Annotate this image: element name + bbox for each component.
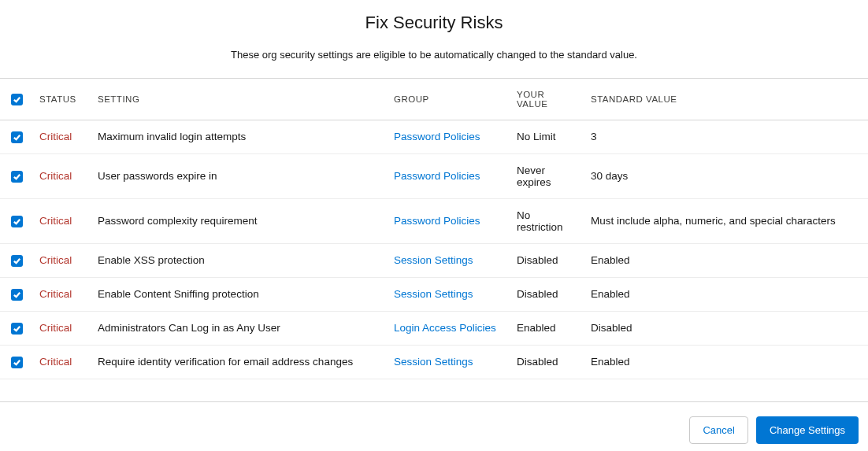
your-value-cell: Enabled — [510, 311, 584, 345]
status-cell: Critical — [33, 277, 91, 311]
setting-cell: User passwords expire in — [91, 153, 388, 198]
footer: Cancel Change Settings — [0, 401, 868, 451]
row-checkbox[interactable] — [11, 323, 23, 335]
setting-cell: Administrators Can Log in as Any User — [91, 311, 388, 345]
status-cell: Critical — [33, 311, 91, 345]
table-container: Status Setting Group Your Value Standard… — [0, 78, 868, 379]
table-row: Critical Enable XSS protection Session S… — [0, 243, 868, 277]
your-value-cell: Disabled — [510, 277, 584, 311]
table-row: Critical Administrators Can Log in as An… — [0, 311, 868, 345]
row-checkbox-cell — [0, 277, 33, 311]
table-row: Critical Maximum invalid login attempts … — [0, 120, 868, 154]
group-cell: Session Settings — [388, 345, 510, 379]
table-row: Critical User passwords expire in Passwo… — [0, 153, 868, 198]
select-all-checkbox[interactable] — [11, 94, 23, 105]
standard-value-cell: Disabled — [584, 311, 868, 345]
group-cell: Password Policies — [388, 198, 510, 243]
group-cell: Session Settings — [388, 243, 510, 277]
row-checkbox[interactable] — [11, 171, 23, 183]
check-icon — [13, 290, 21, 299]
standard-value-cell: Enabled — [584, 243, 868, 277]
setting-cell: Require identity verification for email … — [91, 345, 388, 379]
standard-value-cell: Enabled — [584, 277, 868, 311]
group-link[interactable]: Password Policies — [394, 170, 480, 182]
group-cell: Password Policies — [388, 120, 510, 154]
your-value-cell: Never expires — [510, 153, 584, 198]
status-cell: Critical — [33, 153, 91, 198]
your-value-cell: Disabled — [510, 345, 584, 379]
table-header-row: Status Setting Group Your Value Standard… — [0, 79, 868, 120]
row-checkbox-cell — [0, 153, 33, 198]
standard-value-cell: 3 — [584, 120, 868, 154]
settings-table: Status Setting Group Your Value Standard… — [0, 78, 868, 379]
header-your-value: Your Value — [510, 79, 584, 120]
check-icon — [13, 133, 21, 142]
header-checkbox-cell — [0, 79, 33, 120]
header-standard-value: Standard Value — [584, 79, 868, 120]
group-link[interactable]: Session Settings — [394, 356, 473, 368]
status-cell: Critical — [33, 345, 91, 379]
row-checkbox[interactable] — [11, 216, 23, 227]
row-checkbox-cell — [0, 311, 33, 345]
setting-cell: Enable XSS protection — [91, 243, 388, 277]
group-link[interactable]: Session Settings — [394, 254, 473, 266]
your-value-cell: Disabled — [510, 243, 584, 277]
group-link[interactable]: Password Policies — [394, 131, 480, 142]
page-subtitle: These org security settings are eligible… — [0, 49, 868, 61]
status-cell: Critical — [33, 198, 91, 243]
check-icon — [13, 257, 21, 265]
table-row: Critical Enable Content Sniffing protect… — [0, 277, 868, 311]
row-checkbox-cell — [0, 345, 33, 379]
check-icon — [13, 95, 21, 104]
row-checkbox[interactable] — [11, 131, 23, 143]
header-group: Group — [388, 79, 510, 120]
standard-value-cell: 30 days — [584, 153, 868, 198]
table-row: Critical Password complexity requirement… — [0, 198, 868, 243]
header-status: Status — [33, 79, 91, 120]
status-cell: Critical — [33, 243, 91, 277]
group-cell: Login Access Policies — [388, 311, 510, 345]
change-settings-button[interactable]: Change Settings — [756, 416, 859, 444]
group-link[interactable]: Password Policies — [394, 215, 480, 227]
setting-cell: Maximum invalid login attempts — [91, 120, 388, 154]
group-link[interactable]: Login Access Policies — [394, 322, 496, 334]
row-checkbox-cell — [0, 120, 33, 154]
status-cell: Critical — [33, 120, 91, 154]
row-checkbox[interactable] — [11, 357, 23, 368]
group-cell: Session Settings — [388, 277, 510, 311]
your-value-cell: No Limit — [510, 120, 584, 154]
setting-cell: Enable Content Sniffing protection — [91, 277, 388, 311]
standard-value-cell: Must include alpha, numeric, and special… — [584, 198, 868, 243]
header-setting: Setting — [91, 79, 388, 120]
your-value-cell: No restriction — [510, 198, 584, 243]
header: Fix Security Risks These org security se… — [0, 0, 868, 78]
row-checkbox[interactable] — [11, 255, 23, 267]
cancel-button[interactable]: Cancel — [689, 416, 747, 444]
row-checkbox-cell — [0, 198, 33, 243]
table-row: Critical Require identity verification f… — [0, 345, 868, 379]
check-icon — [13, 324, 21, 333]
check-icon — [13, 172, 21, 181]
check-icon — [13, 217, 21, 226]
row-checkbox[interactable] — [11, 289, 23, 301]
page-title: Fix Security Risks — [0, 13, 868, 33]
check-icon — [13, 358, 21, 367]
group-link[interactable]: Session Settings — [394, 288, 473, 300]
row-checkbox-cell — [0, 243, 33, 277]
group-cell: Password Policies — [388, 153, 510, 198]
setting-cell: Password complexity requirement — [91, 198, 388, 243]
standard-value-cell: Enabled — [584, 345, 868, 379]
